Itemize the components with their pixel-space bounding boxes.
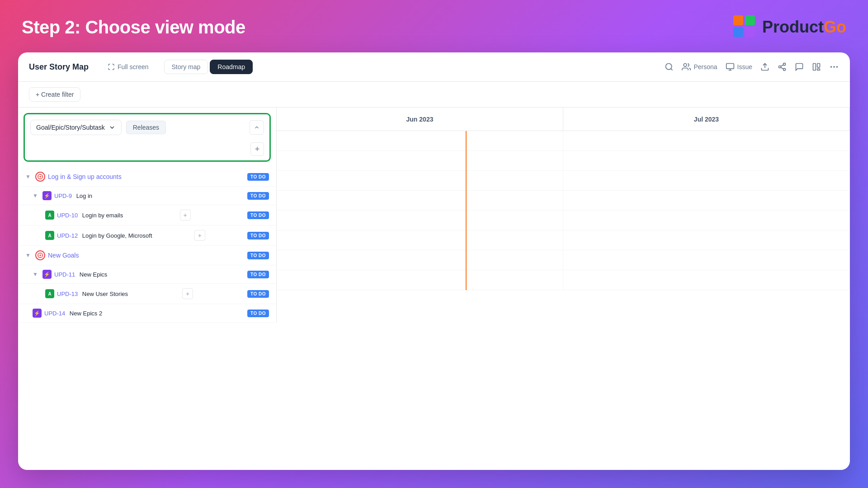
hierarchy-dropdown[interactable]: Goal/Epic/Story/Subtask bbox=[30, 120, 122, 135]
gantt-month-jul: Jul 2023 bbox=[563, 108, 850, 131]
epic-icon: ⚡ bbox=[33, 309, 42, 318]
item-name: New Epics 2 bbox=[68, 310, 102, 317]
add-button[interactable]: + bbox=[250, 142, 264, 156]
status-badge: TO DO bbox=[247, 192, 269, 200]
gantt-row bbox=[277, 270, 850, 290]
logo-text: ProductGo bbox=[762, 18, 846, 37]
add-row: + bbox=[25, 141, 269, 160]
svg-rect-15 bbox=[817, 69, 820, 70]
svg-point-20 bbox=[39, 176, 41, 178]
gantt-cell bbox=[563, 151, 850, 170]
gantt-row bbox=[277, 230, 850, 250]
collapse-button[interactable] bbox=[250, 120, 264, 135]
gantt-row bbox=[277, 151, 850, 171]
search-icon[interactable] bbox=[665, 62, 674, 71]
app-container: User Story Map Full screen Story map Roa… bbox=[18, 52, 850, 470]
status-badge: TO DO bbox=[247, 271, 269, 278]
persona-button[interactable]: Persona bbox=[682, 62, 717, 71]
roadmap-toggle[interactable]: Roadmap bbox=[210, 60, 253, 74]
comment-icon[interactable] bbox=[795, 62, 804, 71]
gantt-cell bbox=[277, 250, 563, 270]
fullscreen-button[interactable]: Full screen bbox=[103, 61, 153, 73]
gantt-cell bbox=[563, 191, 850, 210]
fullscreen-label: Full screen bbox=[118, 63, 148, 70]
plus-button[interactable]: + bbox=[182, 288, 193, 299]
gantt-cell bbox=[563, 131, 850, 150]
header-section: Step 2: Choose view mode ProductGo bbox=[0, 0, 868, 52]
status-badge: TO DO bbox=[247, 211, 269, 219]
svg-point-18 bbox=[831, 66, 832, 67]
list-item: ▼ ⚡ UPD-11 New Epics TO DO bbox=[18, 265, 276, 284]
expand-icon[interactable]: ▼ bbox=[33, 192, 40, 199]
status-badge: TO DO bbox=[247, 310, 269, 317]
gantt-cell bbox=[563, 171, 850, 190]
item-id: UPD-10 bbox=[57, 212, 78, 219]
expand-icon[interactable]: ▼ bbox=[25, 174, 33, 180]
list-item: A UPD-12 Login by Google, Microsoft + TO… bbox=[18, 225, 276, 246]
main-content: Goal/Epic/Story/Subtask Releases + bbox=[18, 108, 850, 323]
svg-point-9 bbox=[779, 66, 781, 68]
create-filter-button[interactable]: + Create filter bbox=[29, 87, 80, 102]
item-name: New Goals bbox=[48, 252, 79, 259]
gantt-row bbox=[277, 171, 850, 191]
gantt-cell bbox=[563, 211, 850, 230]
issue-button[interactable]: Issue bbox=[726, 62, 752, 71]
status-badge: TO DO bbox=[247, 173, 269, 181]
epic-icon: ⚡ bbox=[42, 270, 52, 279]
today-line bbox=[466, 131, 467, 290]
releases-tag[interactable]: Releases bbox=[126, 121, 166, 134]
gantt-row bbox=[277, 211, 850, 230]
item-name: Log in & Sign up accounts bbox=[48, 173, 122, 180]
story-map-toggle[interactable]: Story map bbox=[164, 60, 208, 74]
svg-rect-0 bbox=[733, 15, 743, 25]
more-icon[interactable] bbox=[829, 62, 839, 72]
app-topbar: User Story Map Full screen Story map Roa… bbox=[18, 52, 850, 82]
hierarchy-label: Goal/Epic/Story/Subtask bbox=[36, 124, 105, 131]
share-icon[interactable] bbox=[778, 62, 787, 71]
list-item: ▼ ⚡ UPD-9 Log in TO DO bbox=[18, 187, 276, 205]
item-id: UPD-9 bbox=[54, 192, 72, 199]
svg-line-11 bbox=[781, 67, 783, 69]
item-id: UPD-12 bbox=[57, 232, 78, 239]
expand-icon[interactable]: ▼ bbox=[33, 271, 40, 277]
upload-icon[interactable] bbox=[760, 62, 769, 71]
logo-area: ProductGo bbox=[732, 14, 846, 40]
filter-bar: + Create filter bbox=[18, 82, 850, 108]
item-id: UPD-13 bbox=[57, 291, 78, 297]
gantt-cell bbox=[277, 171, 563, 190]
item-name: New Epics bbox=[78, 271, 107, 278]
story-icon: A bbox=[45, 289, 54, 298]
gantt-row bbox=[277, 250, 850, 270]
gantt-cell bbox=[277, 131, 563, 150]
issue-label: Issue bbox=[737, 63, 752, 70]
gantt-month-jun: Jun 2023 bbox=[277, 108, 563, 131]
goal-icon bbox=[35, 250, 45, 260]
gantt-cell bbox=[563, 230, 850, 250]
app-title: User Story Map bbox=[29, 62, 89, 72]
page-title: Step 2: Choose view mode bbox=[22, 17, 245, 38]
svg-point-8 bbox=[783, 63, 786, 66]
gantt-cell bbox=[563, 270, 850, 290]
right-panel: Jun 2023 Jul 2023 bbox=[277, 108, 850, 323]
logo-icon bbox=[732, 14, 758, 40]
list-item: ▼ Log in & Sign up accounts TO DO bbox=[18, 167, 276, 187]
layout-icon[interactable] bbox=[812, 62, 821, 71]
svg-rect-6 bbox=[726, 64, 734, 69]
epic-icon: ⚡ bbox=[42, 191, 52, 200]
logo-product: Product bbox=[762, 18, 824, 36]
svg-rect-3 bbox=[745, 27, 755, 37]
view-toggle: Story map Roadmap bbox=[164, 60, 253, 74]
plus-button[interactable]: + bbox=[180, 210, 191, 221]
item-name: Login by Google, Microsoft bbox=[80, 232, 152, 239]
svg-rect-2 bbox=[733, 27, 743, 37]
story-icon: A bbox=[45, 211, 54, 220]
svg-point-16 bbox=[834, 66, 835, 67]
svg-rect-14 bbox=[817, 64, 820, 67]
item-id: UPD-11 bbox=[54, 271, 75, 278]
gantt-row bbox=[277, 131, 850, 151]
expand-icon[interactable]: ▼ bbox=[25, 252, 33, 258]
plus-button[interactable]: + bbox=[194, 230, 205, 241]
gantt-row bbox=[277, 191, 850, 211]
svg-line-12 bbox=[781, 65, 783, 66]
svg-rect-1 bbox=[745, 15, 755, 25]
